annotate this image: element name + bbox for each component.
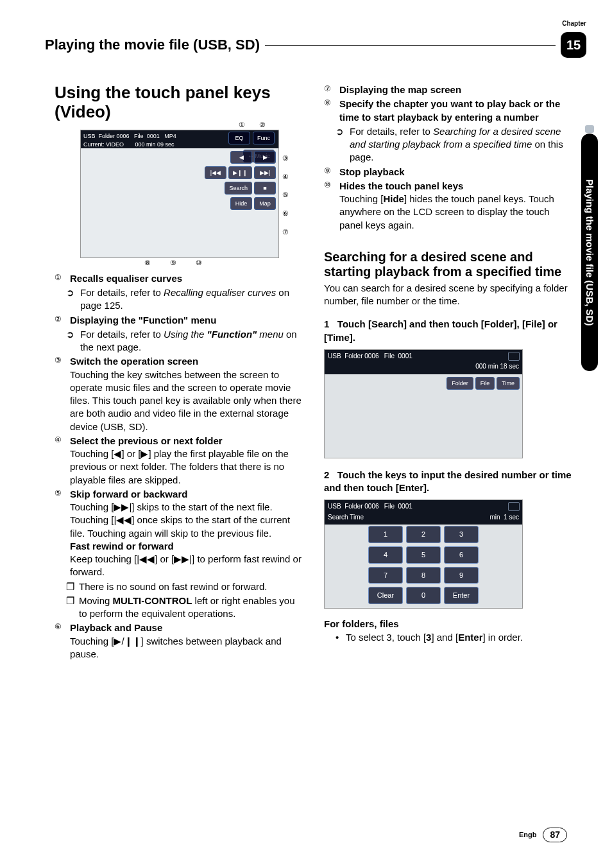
item-num: ⑤ bbox=[55, 488, 66, 579]
item-title: Specify the chapter you want to play bac… bbox=[339, 98, 574, 124]
step-2: 2 Touch the keys to input the desired nu… bbox=[324, 469, 574, 495]
key-9[interactable]: 9 bbox=[444, 567, 479, 584]
key-6[interactable]: 6 bbox=[444, 546, 479, 564]
key-4[interactable]: 4 bbox=[368, 546, 403, 564]
step-1: 1 Touch [Search] and then touch [Folder]… bbox=[324, 318, 574, 344]
item-num: ④ bbox=[55, 435, 66, 487]
item-7: ⑦ Displaying the map screen bbox=[324, 83, 574, 96]
folders-files-heading: For folders, files bbox=[324, 618, 574, 630]
left-column: Using the touch panel keys (Video) ① ② U… bbox=[55, 83, 305, 662]
item-body: Keep touching [|◀◀] or [▶▶|] to perform … bbox=[70, 553, 305, 579]
item-body: Touching [◀] or [▶] play the first playa… bbox=[70, 447, 305, 487]
subsection-heading: Searching for a desired scene and starti… bbox=[324, 250, 574, 279]
item-num: ② bbox=[55, 314, 66, 327]
side-indicator bbox=[585, 125, 594, 133]
footer-lang: Engb bbox=[519, 830, 537, 840]
folders-files-bullet: • To select 3, touch [3] and [Enter] in … bbox=[324, 631, 574, 644]
tab-file[interactable]: File bbox=[475, 377, 495, 390]
item-8-detail: ➲ For details, refer to Searching for a … bbox=[324, 125, 574, 164]
key-5[interactable]: 5 bbox=[406, 546, 441, 564]
callout: ④ bbox=[282, 172, 289, 182]
item-title: Select the previous or next folder bbox=[70, 435, 305, 447]
item-body: Touching [▶▶|] skips to the start of the… bbox=[70, 501, 305, 540]
side-tab: Playing the movie file (USB, SD) bbox=[581, 134, 598, 371]
arrow-icon: ➲ bbox=[336, 125, 346, 164]
item-5: ⑤ Skip forward or backward Touching [▶▶|… bbox=[55, 488, 305, 579]
keypad: 1 2 3 4 5 6 7 8 9 Clear 0 Enter bbox=[368, 526, 479, 604]
item-num: ⑧ bbox=[324, 98, 336, 124]
item-num: ③ bbox=[55, 355, 66, 433]
arrow-icon: ➲ bbox=[66, 328, 76, 354]
item-2-detail: ➲ For details, refer to Using the "Funct… bbox=[55, 328, 305, 354]
key-enter[interactable]: Enter bbox=[444, 587, 479, 604]
eq-button[interactable]: EQ bbox=[228, 132, 250, 144]
chapter-number: 15 bbox=[561, 32, 586, 58]
figure-info-bar: USB Folder 0006 File 0001 000 min 18 sec bbox=[325, 350, 522, 374]
footer: Engb 87 bbox=[519, 828, 567, 842]
item-9: ⑨ Stop playback bbox=[324, 166, 574, 178]
item-title: Playback and Pause bbox=[70, 621, 305, 634]
key-0[interactable]: 0 bbox=[406, 587, 441, 604]
tab-folder[interactable]: Folder bbox=[446, 377, 473, 390]
item-title: Displaying the map screen bbox=[339, 83, 574, 96]
prev-folder-button[interactable]: ◀ bbox=[230, 151, 252, 164]
item-3: ③ Switch the operation screen Touching t… bbox=[55, 355, 305, 433]
item-num: ⑩ bbox=[324, 180, 336, 232]
play-pause-button[interactable]: ▶❙❙ bbox=[228, 166, 252, 179]
callouts-bottom: ⑧ ⑨ ⑩ bbox=[81, 258, 278, 268]
key-1[interactable]: 1 bbox=[368, 526, 403, 543]
item-1: ① Recalls equaliser curves bbox=[55, 272, 305, 285]
item-title: Displaying the "Function" menu bbox=[70, 314, 305, 327]
key-3[interactable]: 3 bbox=[444, 526, 479, 543]
step-num: 2 bbox=[324, 469, 329, 480]
figure-touch-panel: ① ② USB Folder 0006 File 0001 MP4 Curren… bbox=[80, 130, 279, 258]
item-num: ⑦ bbox=[324, 83, 336, 96]
key-clear[interactable]: Clear bbox=[368, 587, 403, 604]
item-title: Recalls equaliser curves bbox=[70, 272, 305, 285]
func-button[interactable]: Func bbox=[253, 132, 275, 144]
next-folder-button[interactable]: ▶ bbox=[254, 151, 276, 164]
step-text: Touch the keys to input the desired numb… bbox=[324, 469, 572, 493]
item-body: Touching [Hide] hides the touch panel ke… bbox=[339, 193, 574, 232]
skip-back-button[interactable]: |◀◀ bbox=[205, 166, 226, 179]
return-icon[interactable] bbox=[508, 352, 520, 361]
box-icon: ❐ bbox=[66, 595, 75, 621]
section-heading: Using the touch panel keys (Video) bbox=[55, 83, 305, 122]
header-title: Playing the movie file (USB, SD) bbox=[45, 35, 260, 55]
callout: ① bbox=[239, 120, 245, 130]
item-num: ① bbox=[55, 272, 66, 285]
header-rule bbox=[265, 45, 556, 46]
callouts-right: ③ ④ ⑤ ⑥ ⑦ bbox=[282, 153, 289, 237]
key-7[interactable]: 7 bbox=[368, 567, 403, 584]
item-body: For details, refer to Using the "Functio… bbox=[80, 328, 305, 354]
step-text: Touch [Search] and then touch [Folder], … bbox=[324, 318, 557, 342]
item-10: ⑩ Hides the touch panel keys Touching [H… bbox=[324, 180, 574, 232]
item-4: ④ Select the previous or next folder Tou… bbox=[55, 435, 305, 487]
map-button[interactable]: Map bbox=[254, 197, 276, 210]
box-icon: ❐ bbox=[66, 580, 75, 593]
callout: ⑥ bbox=[282, 209, 289, 218]
search-button[interactable]: Search bbox=[225, 182, 252, 195]
item-5-note1: ❐ There is no sound on fast rewind or fo… bbox=[55, 580, 305, 593]
bullet-icon: • bbox=[336, 631, 341, 644]
bullet-text: To select 3, touch [3] and [Enter] in or… bbox=[346, 631, 523, 644]
item-num: ⑥ bbox=[55, 621, 66, 661]
callout: ⑦ bbox=[282, 227, 289, 237]
arrow-icon: ➲ bbox=[66, 286, 76, 313]
skip-forward-button[interactable]: ▶▶| bbox=[254, 166, 276, 179]
item-body: For details, refer to Searching for a de… bbox=[350, 125, 574, 164]
tab-time[interactable]: Time bbox=[497, 377, 520, 390]
item-body: Touching [▶/❙❙] switches between playbac… bbox=[70, 635, 305, 661]
stop-button[interactable]: ■ bbox=[254, 182, 276, 195]
step-num: 1 bbox=[324, 318, 329, 329]
note-text: Moving MULTI-CONTROL left or right enabl… bbox=[79, 595, 305, 621]
item-6: ⑥ Playback and Pause Touching [▶/❙❙] swi… bbox=[55, 621, 305, 661]
key-8[interactable]: 8 bbox=[406, 567, 441, 584]
return-icon[interactable] bbox=[508, 502, 520, 511]
figure-keypad: USB Folder 0006 File 0001 Search Time mi… bbox=[324, 499, 523, 609]
hide-button[interactable]: Hide bbox=[230, 197, 252, 210]
key-2[interactable]: 2 bbox=[406, 526, 441, 543]
figure-search-tabs: USB Folder 0006 File 0001 000 min 18 sec… bbox=[324, 349, 523, 458]
item-subtitle: Fast rewind or forward bbox=[70, 540, 305, 553]
item-5-note2: ❐ Moving MULTI-CONTROL left or right ena… bbox=[55, 595, 305, 621]
